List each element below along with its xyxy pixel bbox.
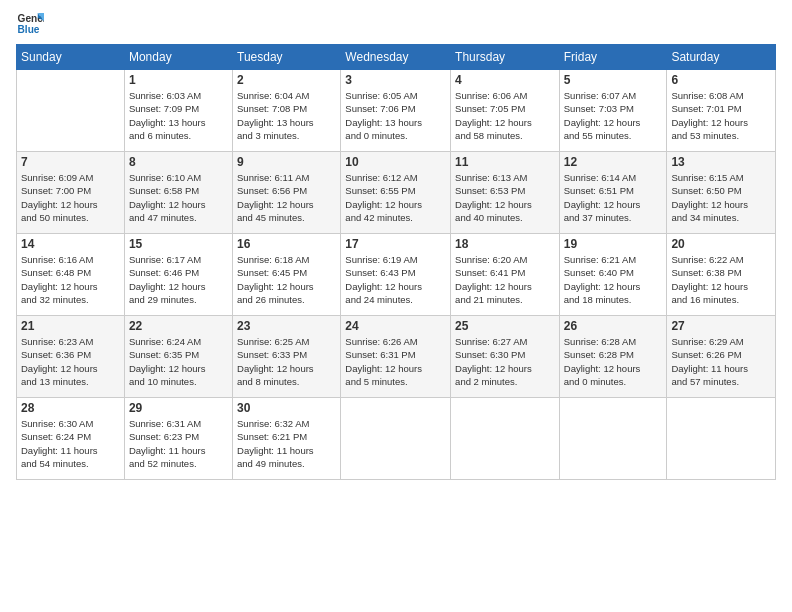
- calendar-cell: 26Sunrise: 6:28 AM Sunset: 6:28 PM Dayli…: [559, 316, 667, 398]
- calendar-cell: 15Sunrise: 6:17 AM Sunset: 6:46 PM Dayli…: [124, 234, 232, 316]
- day-number: 1: [129, 73, 228, 87]
- day-number: 24: [345, 319, 446, 333]
- calendar-cell: 1Sunrise: 6:03 AM Sunset: 7:09 PM Daylig…: [124, 70, 232, 152]
- calendar-cell: 8Sunrise: 6:10 AM Sunset: 6:58 PM Daylig…: [124, 152, 232, 234]
- day-info: Sunrise: 6:21 AM Sunset: 6:40 PM Dayligh…: [564, 253, 663, 306]
- page-header: General Blue: [16, 10, 776, 38]
- calendar-cell: 16Sunrise: 6:18 AM Sunset: 6:45 PM Dayli…: [233, 234, 341, 316]
- calendar-cell: [17, 70, 125, 152]
- day-info: Sunrise: 6:29 AM Sunset: 6:26 PM Dayligh…: [671, 335, 771, 388]
- calendar-cell: 30Sunrise: 6:32 AM Sunset: 6:21 PM Dayli…: [233, 398, 341, 480]
- weekday-header-saturday: Saturday: [667, 45, 776, 70]
- day-number: 14: [21, 237, 120, 251]
- day-number: 28: [21, 401, 120, 415]
- calendar-week-5: 28Sunrise: 6:30 AM Sunset: 6:24 PM Dayli…: [17, 398, 776, 480]
- day-number: 5: [564, 73, 663, 87]
- calendar-week-3: 14Sunrise: 6:16 AM Sunset: 6:48 PM Dayli…: [17, 234, 776, 316]
- day-info: Sunrise: 6:05 AM Sunset: 7:06 PM Dayligh…: [345, 89, 446, 142]
- calendar-cell: 27Sunrise: 6:29 AM Sunset: 6:26 PM Dayli…: [667, 316, 776, 398]
- calendar-week-1: 1Sunrise: 6:03 AM Sunset: 7:09 PM Daylig…: [17, 70, 776, 152]
- day-number: 17: [345, 237, 446, 251]
- weekday-row: SundayMondayTuesdayWednesdayThursdayFrid…: [17, 45, 776, 70]
- day-number: 6: [671, 73, 771, 87]
- calendar-cell: 5Sunrise: 6:07 AM Sunset: 7:03 PM Daylig…: [559, 70, 667, 152]
- day-info: Sunrise: 6:26 AM Sunset: 6:31 PM Dayligh…: [345, 335, 446, 388]
- calendar-cell: 2Sunrise: 6:04 AM Sunset: 7:08 PM Daylig…: [233, 70, 341, 152]
- calendar-cell: 13Sunrise: 6:15 AM Sunset: 6:50 PM Dayli…: [667, 152, 776, 234]
- day-number: 10: [345, 155, 446, 169]
- day-info: Sunrise: 6:15 AM Sunset: 6:50 PM Dayligh…: [671, 171, 771, 224]
- calendar-cell: 17Sunrise: 6:19 AM Sunset: 6:43 PM Dayli…: [341, 234, 451, 316]
- day-info: Sunrise: 6:17 AM Sunset: 6:46 PM Dayligh…: [129, 253, 228, 306]
- day-info: Sunrise: 6:09 AM Sunset: 7:00 PM Dayligh…: [21, 171, 120, 224]
- calendar-cell: 28Sunrise: 6:30 AM Sunset: 6:24 PM Dayli…: [17, 398, 125, 480]
- day-number: 4: [455, 73, 555, 87]
- calendar-cell: 23Sunrise: 6:25 AM Sunset: 6:33 PM Dayli…: [233, 316, 341, 398]
- calendar-cell: 22Sunrise: 6:24 AM Sunset: 6:35 PM Dayli…: [124, 316, 232, 398]
- day-number: 3: [345, 73, 446, 87]
- day-number: 2: [237, 73, 336, 87]
- day-number: 11: [455, 155, 555, 169]
- day-info: Sunrise: 6:32 AM Sunset: 6:21 PM Dayligh…: [237, 417, 336, 470]
- day-info: Sunrise: 6:18 AM Sunset: 6:45 PM Dayligh…: [237, 253, 336, 306]
- day-number: 13: [671, 155, 771, 169]
- logo-icon: General Blue: [16, 10, 44, 38]
- day-number: 22: [129, 319, 228, 333]
- day-number: 7: [21, 155, 120, 169]
- calendar-cell: [559, 398, 667, 480]
- calendar-week-2: 7Sunrise: 6:09 AM Sunset: 7:00 PM Daylig…: [17, 152, 776, 234]
- weekday-header-thursday: Thursday: [451, 45, 560, 70]
- day-number: 8: [129, 155, 228, 169]
- calendar-week-4: 21Sunrise: 6:23 AM Sunset: 6:36 PM Dayli…: [17, 316, 776, 398]
- day-number: 23: [237, 319, 336, 333]
- calendar-cell: 20Sunrise: 6:22 AM Sunset: 6:38 PM Dayli…: [667, 234, 776, 316]
- calendar-cell: [341, 398, 451, 480]
- calendar-table: SundayMondayTuesdayWednesdayThursdayFrid…: [16, 44, 776, 480]
- day-number: 21: [21, 319, 120, 333]
- calendar-header: SundayMondayTuesdayWednesdayThursdayFrid…: [17, 45, 776, 70]
- calendar-cell: 21Sunrise: 6:23 AM Sunset: 6:36 PM Dayli…: [17, 316, 125, 398]
- calendar-cell: 19Sunrise: 6:21 AM Sunset: 6:40 PM Dayli…: [559, 234, 667, 316]
- calendar-cell: 14Sunrise: 6:16 AM Sunset: 6:48 PM Dayli…: [17, 234, 125, 316]
- day-number: 16: [237, 237, 336, 251]
- weekday-header-sunday: Sunday: [17, 45, 125, 70]
- weekday-header-monday: Monday: [124, 45, 232, 70]
- calendar-cell: 25Sunrise: 6:27 AM Sunset: 6:30 PM Dayli…: [451, 316, 560, 398]
- day-number: 29: [129, 401, 228, 415]
- calendar-cell: 29Sunrise: 6:31 AM Sunset: 6:23 PM Dayli…: [124, 398, 232, 480]
- day-info: Sunrise: 6:19 AM Sunset: 6:43 PM Dayligh…: [345, 253, 446, 306]
- calendar-cell: 7Sunrise: 6:09 AM Sunset: 7:00 PM Daylig…: [17, 152, 125, 234]
- day-info: Sunrise: 6:28 AM Sunset: 6:28 PM Dayligh…: [564, 335, 663, 388]
- day-number: 19: [564, 237, 663, 251]
- day-info: Sunrise: 6:23 AM Sunset: 6:36 PM Dayligh…: [21, 335, 120, 388]
- calendar-cell: 9Sunrise: 6:11 AM Sunset: 6:56 PM Daylig…: [233, 152, 341, 234]
- day-number: 18: [455, 237, 555, 251]
- day-info: Sunrise: 6:06 AM Sunset: 7:05 PM Dayligh…: [455, 89, 555, 142]
- day-info: Sunrise: 6:12 AM Sunset: 6:55 PM Dayligh…: [345, 171, 446, 224]
- calendar-cell: 10Sunrise: 6:12 AM Sunset: 6:55 PM Dayli…: [341, 152, 451, 234]
- calendar-cell: 24Sunrise: 6:26 AM Sunset: 6:31 PM Dayli…: [341, 316, 451, 398]
- day-number: 20: [671, 237, 771, 251]
- day-number: 15: [129, 237, 228, 251]
- day-info: Sunrise: 6:20 AM Sunset: 6:41 PM Dayligh…: [455, 253, 555, 306]
- day-info: Sunrise: 6:11 AM Sunset: 6:56 PM Dayligh…: [237, 171, 336, 224]
- day-info: Sunrise: 6:27 AM Sunset: 6:30 PM Dayligh…: [455, 335, 555, 388]
- day-number: 26: [564, 319, 663, 333]
- day-number: 27: [671, 319, 771, 333]
- day-info: Sunrise: 6:10 AM Sunset: 6:58 PM Dayligh…: [129, 171, 228, 224]
- calendar-cell: 11Sunrise: 6:13 AM Sunset: 6:53 PM Dayli…: [451, 152, 560, 234]
- day-info: Sunrise: 6:16 AM Sunset: 6:48 PM Dayligh…: [21, 253, 120, 306]
- day-info: Sunrise: 6:07 AM Sunset: 7:03 PM Dayligh…: [564, 89, 663, 142]
- calendar-cell: 4Sunrise: 6:06 AM Sunset: 7:05 PM Daylig…: [451, 70, 560, 152]
- calendar-cell: 3Sunrise: 6:05 AM Sunset: 7:06 PM Daylig…: [341, 70, 451, 152]
- day-info: Sunrise: 6:04 AM Sunset: 7:08 PM Dayligh…: [237, 89, 336, 142]
- weekday-header-tuesday: Tuesday: [233, 45, 341, 70]
- day-info: Sunrise: 6:24 AM Sunset: 6:35 PM Dayligh…: [129, 335, 228, 388]
- day-number: 25: [455, 319, 555, 333]
- day-info: Sunrise: 6:14 AM Sunset: 6:51 PM Dayligh…: [564, 171, 663, 224]
- svg-text:Blue: Blue: [18, 24, 40, 35]
- weekday-header-wednesday: Wednesday: [341, 45, 451, 70]
- calendar-cell: 12Sunrise: 6:14 AM Sunset: 6:51 PM Dayli…: [559, 152, 667, 234]
- calendar-cell: [451, 398, 560, 480]
- logo: General Blue: [16, 10, 48, 38]
